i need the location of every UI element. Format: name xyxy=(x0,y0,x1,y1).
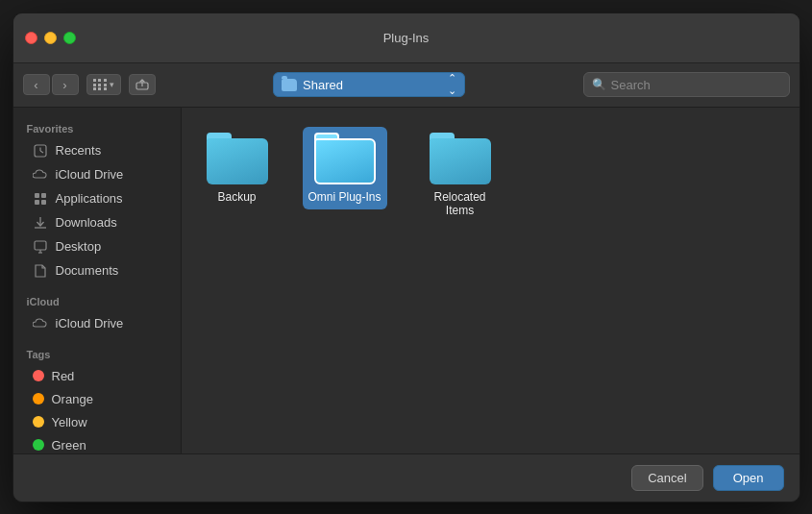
view-button[interactable]: ▾ xyxy=(86,74,121,95)
svg-rect-6 xyxy=(41,193,46,198)
sidebar-label-applications: Applications xyxy=(56,191,123,206)
folder-omni-label: Omni Plug-Ins xyxy=(308,190,381,204)
search-placeholder: Search xyxy=(611,78,651,92)
sidebar-label-downloads: Downloads xyxy=(56,215,117,230)
sidebar-item-downloads[interactable]: Downloads xyxy=(19,211,175,234)
downloads-icon xyxy=(33,215,48,231)
maximize-button[interactable] xyxy=(63,32,76,44)
yellow-tag-dot xyxy=(33,416,44,428)
red-tag-dot xyxy=(33,370,44,381)
location-chevron-icon: ⌃⌄ xyxy=(448,72,456,97)
minimize-button[interactable] xyxy=(44,32,57,44)
file-area: Backup Omni Plug-Ins Relocated Items xyxy=(182,108,800,453)
main-content: Favorites Recents iCloud Driv xyxy=(13,108,800,453)
close-button[interactable] xyxy=(25,32,37,44)
sidebar-item-documents[interactable]: Documents xyxy=(19,259,175,282)
sidebar-item-tag-green[interactable]: Green xyxy=(19,434,175,453)
traffic-lights xyxy=(25,32,76,44)
sidebar-label-recents: Recents xyxy=(56,143,102,158)
forward-button[interactable]: › xyxy=(52,74,79,95)
svg-rect-7 xyxy=(35,200,39,205)
svg-rect-11 xyxy=(35,241,46,250)
window-title: Plug-Ins xyxy=(383,31,430,45)
sidebar-label-icloud-drive: iCloud Drive xyxy=(56,316,124,330)
folder-omni-icon xyxy=(314,133,376,184)
sidebar-label-tag-green: Green xyxy=(52,438,86,453)
sidebar-item-applications[interactable]: Applications xyxy=(19,187,175,210)
orange-tag-dot xyxy=(33,393,44,404)
folder-backup-label: Backup xyxy=(217,190,256,204)
favorites-label: Favorites xyxy=(13,117,181,138)
folder-backup[interactable]: Backup xyxy=(201,127,274,209)
folder-relocated-icon xyxy=(430,133,491,184)
nav-buttons: ‹ › xyxy=(23,74,79,95)
sidebar-label-tag-yellow: Yellow xyxy=(52,415,87,429)
sidebar-label-documents: Documents xyxy=(56,263,119,278)
folder-relocated-label: Relocated Items xyxy=(422,190,499,217)
sidebar-label-icloud: iCloud Drive xyxy=(56,167,124,182)
sidebar-label-tag-orange: Orange xyxy=(52,392,93,406)
grid-icon xyxy=(93,79,108,90)
action-button[interactable] xyxy=(129,74,156,95)
icloud-icon xyxy=(33,167,48,183)
share-icon xyxy=(135,79,149,90)
documents-icon xyxy=(33,263,48,279)
location-dropdown[interactable]: Shared ⌃⌄ xyxy=(273,72,465,97)
finder-dialog: Plug-Ins ‹ › ▾ Shared xyxy=(12,12,800,502)
back-button[interactable]: ‹ xyxy=(23,74,50,95)
bottombar: Cancel Open xyxy=(13,453,800,502)
folder-icon xyxy=(282,79,297,91)
svg-rect-5 xyxy=(35,193,39,198)
sidebar-item-desktop[interactable]: Desktop xyxy=(19,235,175,258)
svg-line-4 xyxy=(40,151,43,153)
cancel-button[interactable]: Cancel xyxy=(631,465,702,491)
titlebar: Plug-Ins xyxy=(13,13,800,63)
green-tag-dot xyxy=(33,439,44,451)
sidebar-label-desktop: Desktop xyxy=(56,239,102,254)
sidebar: Favorites Recents iCloud Driv xyxy=(13,108,182,453)
sidebar-item-icloud-drive[interactable]: iCloud Drive xyxy=(19,312,175,335)
sidebar-item-tag-red[interactable]: Red xyxy=(19,365,175,387)
icloud-drive-icon xyxy=(33,316,48,331)
sidebar-item-tag-yellow[interactable]: Yellow xyxy=(19,411,175,433)
location-label: Shared xyxy=(303,78,343,92)
sidebar-item-tag-orange[interactable]: Orange xyxy=(19,388,175,410)
folder-omni-plug-ins[interactable]: Omni Plug-Ins xyxy=(303,127,387,209)
recents-icon xyxy=(33,143,48,159)
open-button[interactable]: Open xyxy=(713,465,784,491)
applications-icon xyxy=(33,191,48,207)
folder-backup-icon xyxy=(207,133,268,184)
sidebar-item-recents[interactable]: Recents xyxy=(19,139,175,162)
sidebar-label-tag-red: Red xyxy=(52,369,75,383)
search-box[interactable]: 🔍 Search xyxy=(583,72,790,97)
chevron-down-icon: ▾ xyxy=(110,80,114,89)
icloud-section-label: iCloud xyxy=(13,290,181,311)
folder-relocated-items[interactable]: Relocated Items xyxy=(416,127,504,223)
toolbar: ‹ › ▾ Shared ⌃⌄ 🔍 xyxy=(13,63,800,108)
svg-rect-8 xyxy=(41,200,46,205)
desktop-icon xyxy=(33,239,48,255)
search-icon: 🔍 xyxy=(592,78,606,91)
sidebar-item-icloud[interactable]: iCloud Drive xyxy=(19,163,175,186)
tags-section-label: Tags xyxy=(13,343,181,364)
